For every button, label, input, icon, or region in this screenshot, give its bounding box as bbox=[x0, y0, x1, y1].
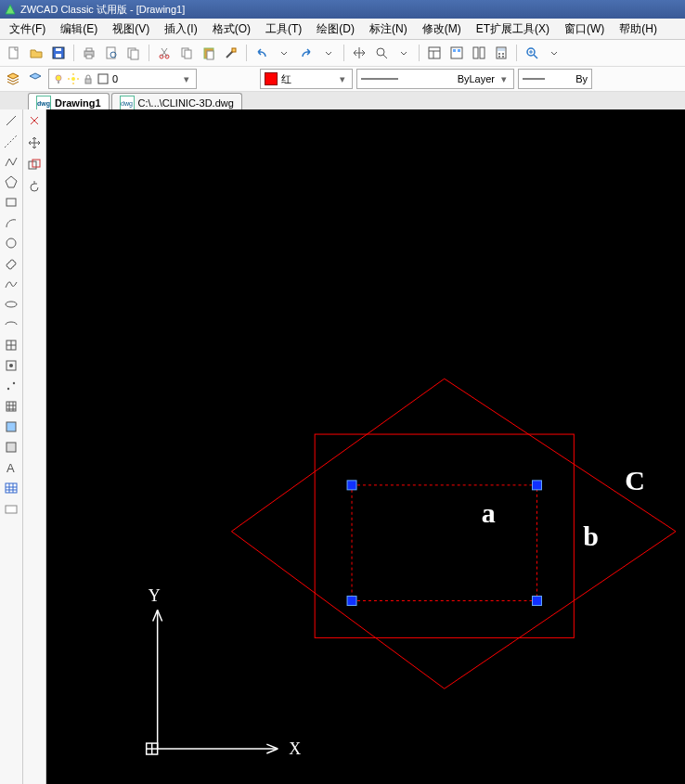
svg-rect-57 bbox=[6, 422, 16, 431]
open-file-icon[interactable] bbox=[26, 43, 46, 63]
menu-insert[interactable]: 插入(I) bbox=[157, 19, 204, 39]
more-icon[interactable] bbox=[2, 499, 20, 518]
text-icon[interactable]: A bbox=[2, 458, 20, 477]
rotate-icon[interactable] bbox=[25, 178, 44, 197]
svg-rect-48 bbox=[6, 199, 16, 206]
separator bbox=[516, 45, 517, 61]
undo-dropdown-icon[interactable] bbox=[274, 43, 294, 63]
linetype-dropdown[interactable]: ByLayer ▾ bbox=[356, 69, 514, 89]
tab-label-active: Drawing1 bbox=[55, 97, 101, 109]
svg-rect-42 bbox=[98, 74, 108, 84]
svg-rect-74 bbox=[532, 597, 541, 606]
offset-icon[interactable] bbox=[25, 156, 44, 174]
lineweight-value: By bbox=[575, 73, 588, 84]
dwg-file-icon: dwg bbox=[120, 96, 135, 110]
table-icon[interactable] bbox=[2, 479, 20, 497]
zoom-dropdown2-icon[interactable] bbox=[544, 43, 564, 63]
undo-icon[interactable] bbox=[252, 43, 272, 63]
circle-icon[interactable] bbox=[2, 234, 20, 252]
polygon-icon[interactable] bbox=[2, 173, 20, 191]
svg-point-36 bbox=[71, 77, 75, 81]
dwg-file-icon: dwg bbox=[36, 96, 51, 110]
line-icon[interactable] bbox=[2, 111, 20, 130]
zoom-icon[interactable] bbox=[371, 43, 392, 63]
svg-rect-6 bbox=[86, 55, 92, 58]
calc-icon[interactable] bbox=[491, 43, 511, 63]
svg-point-53 bbox=[9, 364, 13, 367]
svg-rect-23 bbox=[453, 49, 456, 52]
zoom-realtime-icon[interactable] bbox=[522, 43, 542, 63]
label-c: C bbox=[625, 465, 645, 495]
revcloud-icon[interactable] bbox=[2, 254, 20, 273]
menu-modify[interactable]: 修改(M) bbox=[415, 19, 469, 39]
lightbulb-icon bbox=[53, 73, 64, 84]
menu-view[interactable]: 视图(V) bbox=[105, 19, 157, 39]
tool-palette-icon[interactable] bbox=[469, 43, 489, 63]
ellipse-icon[interactable] bbox=[2, 295, 20, 314]
separator bbox=[343, 45, 344, 61]
label-a: a bbox=[482, 497, 496, 528]
props-panel-icon[interactable] bbox=[424, 43, 445, 63]
new-file-icon[interactable] bbox=[4, 43, 24, 63]
svg-rect-71 bbox=[347, 481, 356, 490]
print-icon[interactable] bbox=[79, 43, 99, 63]
svg-rect-3 bbox=[56, 48, 61, 51]
insert-block-icon[interactable] bbox=[2, 336, 20, 354]
hatch-icon[interactable] bbox=[2, 397, 20, 416]
cut-icon[interactable] bbox=[154, 43, 174, 63]
make-block-icon[interactable] bbox=[2, 356, 20, 375]
window-title: ZWCAD Classic 试用版 - [Drawing1] bbox=[20, 3, 185, 17]
svg-rect-14 bbox=[185, 50, 191, 58]
lineweight-dropdown[interactable]: By bbox=[518, 69, 592, 89]
match-prop-icon[interactable] bbox=[221, 43, 241, 63]
gradient-icon[interactable] bbox=[2, 418, 20, 436]
menu-edit[interactable]: 编辑(E) bbox=[53, 19, 105, 39]
paste-icon[interactable] bbox=[199, 43, 219, 63]
print-preview-icon[interactable] bbox=[101, 43, 122, 63]
publish-icon[interactable] bbox=[123, 43, 144, 63]
spline-icon[interactable] bbox=[2, 275, 20, 293]
arc-icon[interactable] bbox=[2, 213, 20, 232]
color-dropdown[interactable]: 红 ▾ bbox=[260, 69, 353, 89]
point-icon[interactable] bbox=[2, 377, 20, 395]
menu-file[interactable]: 文件(F) bbox=[2, 19, 53, 39]
svg-rect-68 bbox=[315, 434, 574, 637]
pan-icon[interactable] bbox=[349, 43, 369, 63]
menu-draw[interactable]: 绘图(D) bbox=[309, 19, 362, 39]
menu-window[interactable]: 窗口(W) bbox=[557, 19, 612, 39]
copy-icon[interactable] bbox=[176, 43, 197, 63]
zoom-dropdown-icon[interactable] bbox=[394, 43, 414, 63]
label-b: b bbox=[583, 521, 599, 551]
svg-marker-69 bbox=[231, 379, 676, 688]
design-center-icon[interactable] bbox=[446, 43, 467, 63]
menu-tools[interactable]: 工具(T) bbox=[258, 19, 309, 39]
svg-point-54 bbox=[7, 388, 9, 390]
construction-line-icon[interactable] bbox=[2, 132, 20, 150]
explode-icon[interactable] bbox=[25, 111, 44, 130]
ellipse-arc-icon[interactable] bbox=[2, 315, 20, 334]
save-icon[interactable] bbox=[48, 43, 69, 63]
app-logo-icon bbox=[4, 3, 17, 16]
separator bbox=[419, 45, 420, 61]
redo-dropdown-icon[interactable] bbox=[318, 43, 339, 63]
modify-toolbar bbox=[23, 109, 46, 784]
svg-rect-60 bbox=[6, 483, 17, 493]
redo-icon[interactable] bbox=[296, 43, 317, 63]
move-icon[interactable] bbox=[25, 134, 44, 152]
menu-format[interactable]: 格式(O) bbox=[205, 19, 258, 39]
region-icon[interactable] bbox=[2, 438, 20, 456]
properties-toolbar: 0 ▾ 红 ▾ ByLayer ▾ By bbox=[0, 67, 685, 92]
svg-rect-10 bbox=[131, 50, 138, 59]
svg-point-18 bbox=[377, 48, 384, 56]
workarea: A a b C bbox=[0, 109, 685, 784]
layer-manager-icon[interactable] bbox=[4, 70, 22, 88]
menu-et[interactable]: ET扩展工具(X) bbox=[469, 19, 557, 39]
layer-dropdown[interactable]: 0 ▾ bbox=[48, 69, 197, 89]
layer-prev-icon[interactable] bbox=[26, 70, 45, 88]
polyline-icon[interactable] bbox=[2, 152, 20, 171]
menu-dim[interactable]: 标注(N) bbox=[362, 19, 415, 39]
drawing-canvas[interactable]: a b C X Y bbox=[46, 109, 685, 784]
svg-rect-16 bbox=[207, 51, 213, 59]
menu-help[interactable]: 帮助(H) bbox=[612, 19, 665, 39]
rectangle-icon[interactable] bbox=[2, 193, 20, 212]
